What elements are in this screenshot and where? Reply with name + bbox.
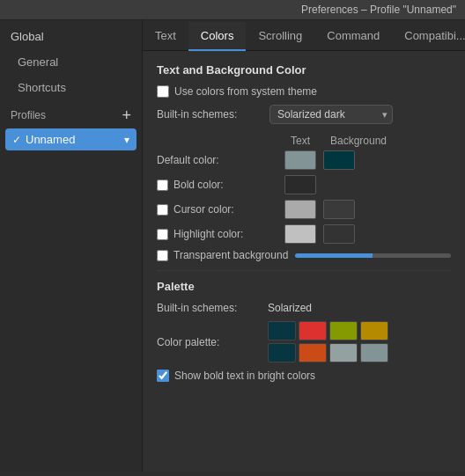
builtin-schemes-label: Built-in schemes: xyxy=(157,108,262,121)
tab-command[interactable]: Command xyxy=(314,22,392,51)
color-column-headers: Text Background xyxy=(284,135,451,147)
palette-grid xyxy=(268,321,388,362)
highlight-color-checkbox[interactable] xyxy=(157,229,168,240)
sidebar-item-shortcuts[interactable]: Shortcuts xyxy=(0,75,142,100)
profile-check-icon: ✓ xyxy=(12,134,21,146)
highlight-text-swatch[interactable] xyxy=(284,224,316,244)
bold-color-label: Bold color: xyxy=(157,179,284,191)
bold-color-row: Bold color: xyxy=(157,175,451,194)
default-color-row: Default color: xyxy=(157,150,451,170)
use-system-theme-label: Use colors from system theme xyxy=(174,85,317,98)
transparency-slider[interactable] xyxy=(295,253,451,258)
palette-swatch-4[interactable] xyxy=(268,343,296,362)
tab-scrolling[interactable]: Scrolling xyxy=(246,22,314,51)
palette-scheme-row: Built-in schemes: Solarized xyxy=(157,302,451,314)
palette-swatch-2[interactable] xyxy=(329,321,358,341)
sidebar: Global General Shortcuts Profiles + ✓ Un… xyxy=(0,20,143,472)
use-system-theme-checkbox[interactable] xyxy=(157,85,169,98)
palette-swatch-0[interactable] xyxy=(268,321,296,341)
palette-scheme-value: Solarized xyxy=(268,302,312,314)
cursor-color-row: Cursor color: xyxy=(157,200,451,219)
cursor-text-swatch[interactable] xyxy=(284,200,316,219)
palette-color-row: Color palette: xyxy=(157,321,451,362)
titlebar-text: Preferences – Profile "Unnamed" xyxy=(301,4,456,16)
profiles-label: Profiles xyxy=(11,109,46,121)
tab-text[interactable]: Text xyxy=(143,22,188,51)
show-bold-row: Show bold text in bright colors xyxy=(157,370,451,382)
highlight-color-row: Highlight color: xyxy=(157,224,451,244)
palette-swatch-7[interactable] xyxy=(360,343,388,362)
palette-color-label: Color palette: xyxy=(157,336,262,348)
cursor-color-label: Cursor color: xyxy=(157,203,284,216)
titlebar: Preferences – Profile "Unnamed" xyxy=(0,0,465,20)
tab-compatibility[interactable]: Compatibi... xyxy=(392,22,465,51)
active-profile-item[interactable]: ✓ Unnamed ▾ xyxy=(5,128,137,150)
builtin-scheme-row: Built-in schemes: Solarized dark xyxy=(157,105,451,124)
scheme-select-wrapper: Solarized dark xyxy=(269,105,393,124)
add-profile-button[interactable]: + xyxy=(122,107,131,123)
divider xyxy=(157,270,451,271)
palette-title: Palette xyxy=(157,280,451,293)
profile-name-label: Unnamed xyxy=(26,133,124,146)
palette-row-2 xyxy=(268,343,388,362)
palette-swatch-6[interactable] xyxy=(329,343,358,362)
palette-swatch-5[interactable] xyxy=(299,343,327,362)
content-area: Text Colors Scrolling Command Compatibi.… xyxy=(143,20,465,472)
sidebar-item-general[interactable]: General xyxy=(0,49,142,75)
show-bold-label: Show bold text in bright colors xyxy=(174,370,315,382)
bold-text-swatch[interactable] xyxy=(284,175,316,194)
bold-color-checkbox[interactable] xyxy=(157,179,168,191)
cursor-bg-swatch[interactable] xyxy=(323,200,355,219)
colors-panel: Text and Background Color Use colors fro… xyxy=(143,51,465,472)
sidebar-item-global[interactable]: Global xyxy=(0,24,142,49)
transparent-bg-row: Transparent background xyxy=(157,249,451,261)
text-col-header: Text xyxy=(284,135,316,147)
scheme-select[interactable]: Solarized dark xyxy=(269,105,393,124)
use-system-theme-row: Use colors from system theme xyxy=(157,85,451,98)
tab-colors[interactable]: Colors xyxy=(188,22,247,51)
default-color-label: Default color: xyxy=(157,154,284,166)
cursor-color-checkbox[interactable] xyxy=(157,204,168,216)
palette-schemes-label: Built-in schemes: xyxy=(157,302,262,314)
transparent-bg-checkbox[interactable] xyxy=(157,250,168,261)
palette-swatch-3[interactable] xyxy=(360,321,388,341)
tab-bar: Text Colors Scrolling Command Compatibi.… xyxy=(143,20,465,51)
background-col-header: Background xyxy=(330,135,362,147)
profiles-header: Profiles + xyxy=(0,100,142,127)
show-bold-checkbox[interactable] xyxy=(157,370,169,382)
highlight-color-label: Highlight color: xyxy=(157,228,284,240)
default-bg-swatch[interactable] xyxy=(323,150,355,170)
palette-row-1 xyxy=(268,321,388,341)
highlight-bg-swatch[interactable] xyxy=(323,224,355,244)
text-bg-color-title: Text and Background Color xyxy=(157,63,451,77)
default-text-swatch[interactable] xyxy=(284,150,316,170)
palette-swatch-1[interactable] xyxy=(299,321,327,341)
transparent-bg-label: Transparent background xyxy=(157,249,288,261)
profile-arrow-icon: ▾ xyxy=(124,134,129,146)
palette-section: Palette Built-in schemes: Solarized Colo… xyxy=(157,280,451,382)
